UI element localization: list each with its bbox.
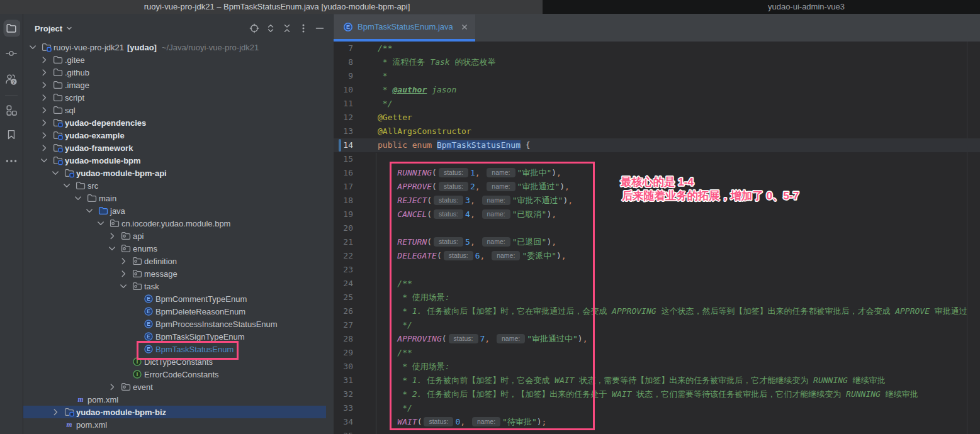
chev-closed	[119, 257, 128, 266]
svg-text:E: E	[147, 333, 150, 340]
locate-file-button[interactable]	[249, 23, 259, 33]
tree-item--github[interactable]: .github	[23, 66, 334, 79]
code-line-13[interactable]: 13@AllArgsConstructor	[334, 125, 980, 138]
tab-close-button[interactable]	[459, 22, 470, 32]
vcs-change-marker	[339, 139, 341, 152]
tree-item-label: enums	[133, 244, 157, 253]
line-number: 9	[334, 69, 378, 83]
users-help-tool-button[interactable]: ?	[0, 73, 23, 86]
project-tool-button[interactable]	[0, 19, 23, 37]
tree-item-bpmdeletereasonenum[interactable]: EBpmDeleteReasonEnum	[23, 305, 334, 318]
tree-item-cn-iocoder-yudao-module-bpm[interactable]: cn.iocoder.yudao.module.bpm	[23, 217, 334, 230]
tree-item-yudao-module-bpm-api[interactable]: yudao-module-bpm-api	[23, 167, 334, 179]
module-icon	[64, 407, 74, 417]
tree-item-yudao-dependencies[interactable]: yudao-dependencies	[23, 116, 334, 129]
tree-item-api[interactable]: api	[23, 230, 334, 242]
code-line-11[interactable]: 11 */	[334, 97, 980, 111]
tree-item-label: yudao-framework	[65, 143, 133, 153]
tree-item-definition[interactable]: definition	[23, 255, 334, 267]
chevron-right-icon[interactable]	[40, 118, 53, 128]
tree-item-yudao-framework[interactable]: yudao-framework	[23, 142, 334, 154]
folder-icon	[53, 80, 65, 90]
tree-item-label: api	[133, 231, 144, 241]
tree-item-yudao-example[interactable]: yudao-example	[23, 129, 334, 142]
chevron-down-icon[interactable]	[108, 243, 121, 253]
expand-all-button[interactable]	[266, 23, 276, 33]
code-line-text: @Getter	[378, 111, 412, 125]
code-line-14[interactable]: 14public enum BpmTaskStatusEnum {	[334, 138, 980, 152]
chevron-down-icon[interactable]	[40, 155, 53, 165]
chevron-right-icon[interactable]	[108, 231, 121, 241]
chev-open	[85, 206, 94, 216]
chevron-down-icon[interactable]	[62, 181, 76, 191]
tree-item-script[interactable]: script	[23, 91, 334, 104]
code-line-8[interactable]: 8 * 流程任务 Task 的状态枚举	[334, 55, 980, 69]
panel-options-button[interactable]	[298, 23, 308, 33]
tab-bpmtaskstatusenum[interactable]: E BpmTaskStatusEnum.java	[334, 14, 475, 39]
chevron-right-icon[interactable]	[40, 92, 53, 103]
tree-item-yudao-module-bpm-biz[interactable]: yudao-module-bpm-biz	[23, 406, 334, 418]
project-title-chevron-icon[interactable]	[65, 24, 74, 33]
users-help-icon: ?	[5, 73, 18, 86]
commit-tool-button[interactable]	[0, 48, 23, 58]
tree-item--image[interactable]: .image	[23, 79, 334, 91]
tree-item-label: ErrorCodeConstants	[144, 370, 219, 379]
chevron-right-icon[interactable]	[51, 407, 64, 417]
tree-item-label: java	[110, 206, 125, 216]
chevron-right-icon[interactable]	[108, 382, 121, 392]
code-line-10[interactable]: 10 * @author jason	[334, 83, 980, 97]
code-line-9[interactable]: 9 *	[334, 69, 980, 83]
chevron-down-icon[interactable]	[85, 206, 98, 216]
code-line-12[interactable]: 12@Getter	[334, 111, 980, 125]
chevron-right-icon[interactable]	[119, 256, 132, 266]
srcroot-icon	[98, 206, 108, 216]
collapse-all-button[interactable]	[282, 23, 292, 33]
tree-item-bpmcommenttypeenum[interactable]: EBpmCommentTypeEnum	[23, 292, 334, 305]
line-number: 30	[334, 360, 378, 374]
tree-item-label: sql	[65, 106, 76, 115]
chevron-down-icon[interactable]	[51, 168, 64, 178]
enum-icon: E	[144, 306, 155, 316]
tree-item-enums[interactable]: enums	[23, 242, 334, 255]
tree-item-java[interactable]: java	[23, 204, 334, 217]
hide-panel-button[interactable]	[315, 23, 325, 33]
chevron-down-icon[interactable]	[119, 281, 132, 291]
line-number: 23	[334, 263, 378, 277]
chevron-right-icon[interactable]	[40, 80, 53, 90]
mvn-icon: m	[76, 394, 87, 404]
tree-item-message[interactable]: message	[23, 267, 334, 280]
tree-item-bpmprocessinstancestatusenum[interactable]: EBpmProcessInstanceStatusEnum	[23, 318, 334, 330]
tree-item-errorcodeconstants[interactable]: IErrorCodeConstants	[23, 368, 334, 381]
code-line-text: /**	[378, 42, 392, 55]
chevron-right-icon[interactable]	[40, 67, 53, 77]
more-tools-button[interactable]	[0, 159, 23, 164]
chev-closed	[40, 55, 49, 65]
tree-item-task[interactable]: task	[23, 280, 334, 292]
chevron-down-icon[interactable]	[74, 193, 87, 203]
project-panel-title[interactable]: Project	[35, 14, 62, 43]
structure-tool-button[interactable]	[0, 104, 23, 117]
tree-item-sql[interactable]: sql	[23, 104, 334, 116]
chevron-right-icon[interactable]	[119, 269, 132, 279]
folder-icon	[53, 67, 65, 77]
tree-item-pom-xml[interactable]: mpom.xml	[23, 393, 334, 406]
chev-open	[51, 169, 60, 178]
tree-item--gitee[interactable]: .gitee	[23, 53, 334, 66]
chevron-down-icon[interactable]	[96, 218, 110, 228]
chevron-right-icon[interactable]	[40, 55, 53, 65]
chevron-right-icon[interactable]	[40, 105, 53, 115]
line-number: 18	[334, 194, 378, 208]
bookmarks-tool-button[interactable]	[0, 129, 23, 140]
close-icon	[461, 24, 468, 30]
tree-item-src[interactable]: src	[23, 179, 334, 192]
code-line-7[interactable]: 7/**	[334, 42, 980, 55]
tree-item-pom-xml[interactable]: mpom.xml	[23, 418, 334, 431]
line-number: 16	[334, 166, 378, 180]
tree-item-main[interactable]: main	[23, 192, 334, 204]
chevron-right-icon[interactable]	[40, 143, 53, 153]
tree-item-yudao-module-bpm[interactable]: yudao-module-bpm	[23, 154, 334, 167]
chevron-right-icon[interactable]	[40, 130, 53, 140]
tree-item-event[interactable]: event	[23, 381, 334, 393]
chevron-down-icon[interactable]	[28, 42, 42, 52]
tree-item-ruoyi-vue-pro-jdk21[interactable]: ruoyi-vue-pro-jdk21[yudao]~/Java/ruoyi-v…	[23, 41, 334, 53]
